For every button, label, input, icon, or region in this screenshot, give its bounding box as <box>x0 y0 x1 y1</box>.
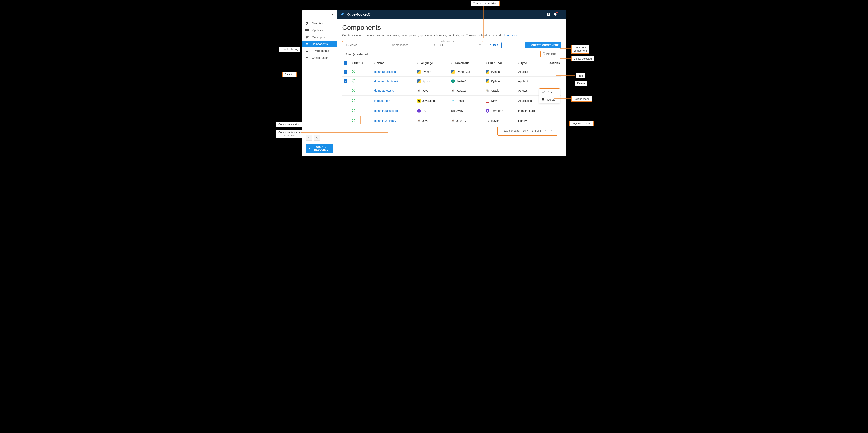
sidebar: < Overview Pipelines Marketplace Compon <box>303 10 337 156</box>
components-table: ▴▾Status ▴▾Name ▴▾Language ▴▾Framework ▴… <box>342 59 561 126</box>
rows-per-page-select[interactable]: 15 ▼ <box>523 129 529 132</box>
svg-point-11 <box>316 138 317 138</box>
build-tool-cell: Python <box>486 79 515 83</box>
language-cell: ☕Java <box>417 119 448 122</box>
context-delete-label: Delete <box>548 98 556 101</box>
sidebar-item-label: Configuration <box>312 56 329 59</box>
more-icon[interactable]: ⋮ <box>560 13 563 16</box>
sidebar-item-label: Overview <box>312 22 323 25</box>
row-actions-button[interactable]: ⋮ <box>552 118 557 123</box>
sort-icon[interactable]: ▴▾ <box>486 62 487 64</box>
sort-icon[interactable]: ▴▾ <box>417 62 418 64</box>
clear-button[interactable]: CLEAR <box>487 42 502 49</box>
svg-point-15 <box>555 15 556 16</box>
framework-cell: Python 3.8 <box>451 70 483 74</box>
framework-cell: awsAWS <box>451 109 483 113</box>
sort-icon[interactable]: ▴▾ <box>352 62 353 64</box>
component-name-link[interactable]: demo-java-library <box>374 119 396 122</box>
sidebar-item-configuration[interactable]: Configuration <box>303 54 337 61</box>
gear-icon <box>305 56 309 60</box>
table-row: demo-applicationPythonPython 3.8PythonAp… <box>342 67 561 77</box>
col-status: Status <box>354 61 363 65</box>
type-cell: Applicat <box>517 77 548 86</box>
context-menu-delete[interactable]: Delete <box>539 96 559 103</box>
type-cell: Library <box>517 116 548 126</box>
namespaces-select[interactable] <box>392 42 436 48</box>
delete-selected-button[interactable]: DELETE <box>540 51 558 57</box>
sort-icon[interactable]: ▴▾ <box>374 62 375 64</box>
sort-icon[interactable]: ▴▾ <box>518 62 519 64</box>
status-ok-icon <box>352 90 355 93</box>
row-checkbox[interactable] <box>344 99 347 102</box>
language-cell: Python <box>417 79 448 83</box>
component-name-link[interactable]: demo-application-2 <box>374 80 398 83</box>
framework-cell: ⚛React <box>451 99 483 103</box>
cart-icon <box>305 35 309 39</box>
pagination-prev[interactable]: < <box>544 129 547 132</box>
layers-icon <box>305 42 309 46</box>
callout-components-name: Components name (clickable) <box>276 130 303 139</box>
search-input[interactable] <box>344 42 388 48</box>
context-menu-edit[interactable]: Edit <box>539 89 559 96</box>
language-cell: Python <box>417 70 448 74</box>
sidebar-header: < <box>303 10 337 19</box>
callout-delete: Delete <box>575 81 587 86</box>
brand: KubeRocketCI <box>340 12 371 17</box>
language-cell: ⬇HCL <box>417 109 448 113</box>
row-checkbox[interactable] <box>344 89 347 92</box>
row-checkbox[interactable] <box>344 70 347 74</box>
callout-pagination-menu: Pagination menu <box>569 120 594 126</box>
create-resource-label: CREATE RESOURCE <box>312 146 331 151</box>
component-name-link[interactable]: js-react-npm <box>374 99 390 102</box>
learn-more-link[interactable]: Learn more. <box>504 33 519 37</box>
callout-actions-menu: Actions menu <box>571 96 592 102</box>
pagination-next[interactable]: > <box>550 129 553 132</box>
row-context-menu: Edit Delete <box>539 88 560 103</box>
framework-cell: ☕Java 17 <box>451 119 483 122</box>
component-name-link[interactable]: demo-infrastucture <box>374 109 398 112</box>
sidebar-item-pipelines[interactable]: Pipelines <box>303 27 337 34</box>
settings-button[interactable] <box>314 135 320 141</box>
sidebar-item-overview[interactable]: Overview <box>303 20 337 27</box>
callout-components-status: Componets status <box>276 122 302 127</box>
row-checkbox[interactable] <box>344 119 347 122</box>
row-actions-button[interactable]: ⋮ <box>552 108 557 113</box>
select-all-checkbox[interactable] <box>344 61 347 65</box>
sidebar-footer: + CREATE RESOURCE <box>303 133 337 156</box>
codebase-type-select[interactable] <box>439 42 482 48</box>
create-resource-button[interactable]: + CREATE RESOURCE <box>306 144 334 153</box>
callout-selector: Selector <box>282 72 297 77</box>
sort-icon[interactable]: ▴▾ <box>451 62 453 64</box>
context-edit-label: Edit <box>548 91 553 94</box>
type-cell: Applicat <box>517 67 548 77</box>
row-checkbox[interactable] <box>344 79 347 83</box>
component-name-link[interactable]: demo-autotests <box>374 89 394 92</box>
info-icon[interactable]: i <box>547 12 551 16</box>
sidebar-item-marketplace[interactable]: Marketplace <box>303 34 337 40</box>
pipelines-icon <box>305 28 309 32</box>
delete-selected-label: DELETE <box>547 53 556 56</box>
environments-icon <box>305 49 309 53</box>
sidebar-item-environments[interactable]: Environments <box>303 48 337 54</box>
feather-button[interactable] <box>306 135 312 141</box>
sidebar-item-components[interactable]: Components <box>303 40 337 48</box>
brand-logo-icon <box>340 12 345 17</box>
pagination-range: 1–6 of 6 <box>532 129 541 132</box>
collapse-icon[interactable]: < <box>332 13 334 16</box>
rows-per-page-label: Rows per page: <box>502 129 520 132</box>
notifications-icon[interactable] <box>554 12 557 16</box>
rows-per-page-value: 15 <box>523 129 526 132</box>
svg-text:i: i <box>548 13 549 16</box>
build-tool-cell: Python <box>486 70 515 74</box>
framework-cell: ☕Java 17 <box>451 89 483 92</box>
codebase-type-field[interactable]: Codebase Type ▼ <box>439 42 482 48</box>
svg-point-12 <box>316 137 318 139</box>
namespaces-field[interactable]: ▼ <box>392 42 436 48</box>
sidebar-item-label: Marketplace <box>312 35 327 39</box>
create-component-button[interactable]: + CREATE COMPONENT <box>525 42 561 49</box>
row-checkbox[interactable] <box>344 109 347 112</box>
col-framework: Framework <box>454 61 469 65</box>
codebase-type-label: Codebase Type <box>439 40 455 42</box>
component-name-link[interactable]: demo-application <box>374 70 396 74</box>
dashboard-icon <box>305 22 309 25</box>
